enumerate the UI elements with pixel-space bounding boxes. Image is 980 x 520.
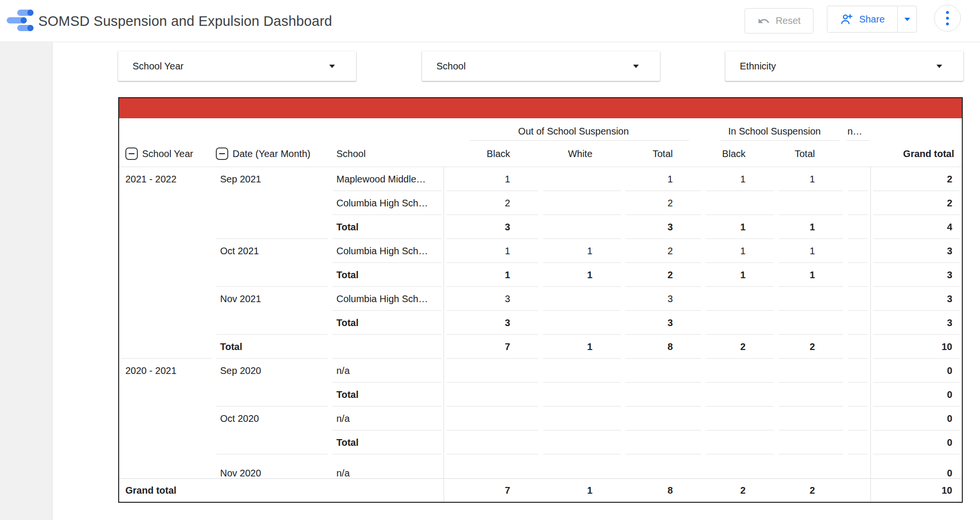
cell: 1 (444, 239, 541, 263)
table-row: Nov 2020n/a0 (119, 454, 962, 478)
cell (846, 311, 870, 335)
cell (623, 359, 703, 383)
cell: 0 (870, 383, 962, 407)
cell (776, 359, 846, 383)
cell (703, 454, 776, 478)
minus-icon (219, 153, 225, 155)
cell: 4 (870, 215, 962, 239)
more-options-button[interactable] (934, 5, 961, 32)
cell: 0 (870, 359, 962, 383)
cell (703, 359, 776, 383)
cell (703, 407, 776, 430)
cell (119, 215, 214, 239)
cell (703, 383, 776, 407)
cell (846, 239, 870, 263)
minus-icon (129, 153, 134, 155)
cell: 1 (776, 167, 846, 191)
share-options-caret[interactable] (897, 6, 916, 32)
cell: 7 (444, 479, 541, 502)
cell (846, 335, 870, 359)
cell: 2 (444, 191, 541, 215)
cell (846, 287, 870, 311)
cell (214, 191, 330, 215)
table-row: Columbia High Sch…222 (119, 191, 962, 215)
column-header-oss-white[interactable]: White (541, 141, 623, 167)
cell: Total (330, 215, 444, 239)
column-header-school-year[interactable]: School Year (119, 141, 214, 167)
cell: 3 (870, 239, 962, 263)
cell: n/a (330, 359, 444, 383)
cell (623, 454, 703, 478)
cell: 2021 - 2022 (119, 167, 214, 191)
cell: 3 (444, 215, 541, 239)
cell (541, 167, 623, 191)
share-button[interactable]: Share (827, 6, 917, 33)
cell: Columbia High Sch… (330, 191, 444, 215)
cell (119, 430, 214, 454)
column-header-date[interactable]: Date (Year Month) (214, 141, 330, 167)
looker-studio-logo-icon (7, 10, 38, 32)
cell: 1 (703, 167, 776, 191)
cell: 1 (776, 263, 846, 287)
share-main[interactable]: Share (827, 6, 897, 32)
cell: 1 (703, 215, 776, 239)
cell: 10 (870, 335, 962, 359)
column-header-iss-black[interactable]: Black (703, 141, 776, 167)
column-header-row: School Year Date (Year Month) School Bla… (119, 141, 962, 167)
cell (846, 479, 870, 502)
cell (703, 311, 776, 335)
filter-ethnicity[interactable]: Ethnicity (725, 51, 963, 81)
group-header-out-of-school-suspension: Out of School Suspension (444, 118, 703, 141)
chevron-down-icon (936, 65, 942, 68)
cell: 1 (444, 167, 541, 191)
cell: 3 (870, 311, 962, 335)
cell: 2 (870, 191, 962, 215)
filter-school[interactable]: School (422, 51, 660, 81)
cell (846, 430, 870, 454)
page-title: SOMSD Suspension and Expulsion Dashboard (38, 0, 332, 42)
cell (541, 191, 623, 215)
table-row: Oct 2020n/a0 (119, 407, 962, 430)
cell: 0 (870, 454, 962, 478)
cell: 2 (623, 263, 703, 287)
cell (541, 311, 623, 335)
cell: 3 (623, 311, 703, 335)
cell: Columbia High Sch… (330, 239, 444, 263)
cell: 3 (444, 287, 541, 311)
table-row: Total0 (119, 383, 962, 407)
column-header-grand-total[interactable]: Grand total (870, 141, 962, 167)
cell: 3 (870, 263, 962, 287)
cell (119, 407, 214, 430)
cell (214, 215, 330, 239)
cell (846, 263, 870, 287)
undo-icon (757, 15, 770, 27)
pivot-table: Out of School Suspension In School Suspe… (118, 97, 963, 503)
column-header-oss-black[interactable]: Black (444, 141, 541, 167)
group-header-row: Out of School Suspension In School Suspe… (119, 118, 962, 141)
cell: 2 (870, 167, 962, 191)
cell (846, 215, 870, 239)
column-header-iss-total[interactable]: Total (776, 141, 846, 167)
cell: 1 (776, 215, 846, 239)
cell: n/a (330, 454, 444, 478)
cell: Maplewood Middle… (330, 167, 444, 191)
collapse-school-year-button[interactable] (125, 147, 138, 160)
cell: Total (330, 263, 444, 287)
reset-button[interactable]: Reset (745, 8, 813, 34)
cell (846, 167, 870, 191)
cell (214, 479, 330, 502)
filter-school-year[interactable]: School Year (118, 51, 356, 81)
cell (330, 335, 444, 359)
filter-school-label: School (436, 61, 633, 72)
cell (214, 383, 330, 407)
column-header-oss-total[interactable]: Total (623, 141, 703, 167)
cell: Total (330, 311, 444, 335)
app-header: SOMSD Suspension and Expulsion Dashboard… (0, 0, 980, 42)
cell (541, 454, 623, 478)
collapse-date-button[interactable] (216, 147, 228, 160)
cell: 1 (541, 335, 623, 359)
column-header-school[interactable]: School (330, 141, 444, 167)
reset-label: Reset (776, 15, 801, 26)
cell: Oct 2020 (214, 407, 330, 430)
table-row: Oct 2021Columbia High Sch…112113 (119, 239, 962, 263)
